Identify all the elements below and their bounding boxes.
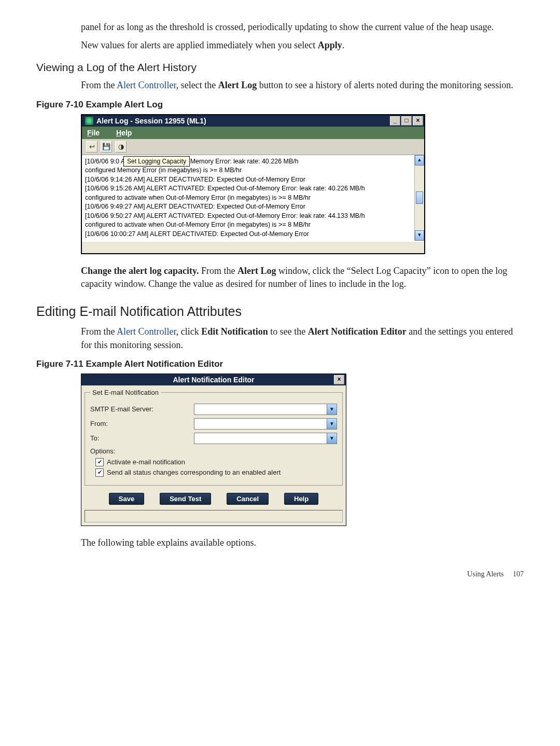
minimize-button[interactable]: _ [390, 116, 400, 126]
apply-label: Apply [318, 40, 342, 50]
menu-file[interactable]: File [87, 129, 100, 137]
log-line: [10/6/06 9:49:27 AM] ALERT DEACTIVATED: … [85, 202, 411, 212]
text-bold: Edit Notification [201, 326, 268, 337]
email-notification-fieldset: Set E-mail Notification SMTP E-mail Serv… [85, 389, 343, 486]
log-area: Set Logging Capacity [10/6/06 9:0 ATED: … [82, 155, 424, 241]
run-in-heading: Change the alert log capacity. [81, 266, 199, 276]
chevron-down-icon[interactable]: ▼ [327, 404, 337, 415]
figure-caption: Figure 7-11 Example Alert Notification E… [36, 359, 524, 369]
log-line: configured to activate when Out-of-Memor… [85, 220, 411, 230]
activate-email-checkbox[interactable]: ✔ [95, 458, 104, 466]
text: From the [199, 266, 237, 276]
fieldset-legend: Set E-mail Notification [90, 389, 161, 396]
page-number: 107 [513, 570, 524, 578]
text-bold: Alert Notification Editor [308, 326, 407, 337]
status-bar [85, 510, 343, 522]
window-title: Alert Log - Session 12955 (ML1) [96, 117, 206, 125]
app-icon [85, 117, 93, 125]
scroll-thumb[interactable] [416, 191, 423, 204]
menu-help[interactable]: Help [116, 129, 132, 137]
text: , select the [176, 80, 218, 90]
close-button[interactable]: × [413, 116, 423, 126]
alert-log-window: Alert Log - Session 12955 (ML1) _ □ × Fi… [81, 114, 425, 255]
to-combobox[interactable]: ▼ [194, 433, 337, 444]
log-line: configured Memory Error (in megabytes) i… [85, 166, 411, 175]
smtp-label: SMTP E-mail Server: [90, 405, 194, 413]
status-bar [82, 241, 424, 253]
scroll-down-icon[interactable]: ▼ [415, 230, 424, 241]
chevron-down-icon[interactable]: ▼ [327, 419, 337, 429]
save-icon[interactable]: 💾 [101, 141, 112, 153]
back-icon[interactable]: ↩ [86, 141, 97, 153]
log-line: [10/6/06 9:50:27 AM] ALERT ACTIVATED: Ex… [85, 212, 411, 221]
smtp-server-combobox[interactable]: ▼ [194, 404, 337, 415]
text-bold: Alert Log [218, 80, 257, 90]
scroll-up-icon[interactable]: ▲ [415, 155, 424, 165]
send-all-status-checkbox[interactable]: ✔ [95, 468, 104, 477]
log-line: [10/6/06 9:15:26 AM] ALERT ACTIVATED: Ex… [85, 184, 411, 194]
log-capacity-icon[interactable]: ◑ [115, 141, 127, 153]
help-button[interactable]: Help [284, 493, 318, 505]
from-combobox[interactable]: ▼ [194, 418, 337, 430]
send-test-button[interactable]: Send Test [160, 493, 211, 505]
alert-notification-editor: Alert Notification Editor × Set E-mail N… [81, 374, 346, 526]
checkbox-label: Send all status changes corresponding to… [107, 468, 281, 476]
text-bold: Alert Log [237, 266, 276, 276]
paragraph: From the Alert Controller, select the Al… [81, 79, 524, 92]
options-label: Options: [90, 447, 337, 455]
text: , click [176, 326, 201, 337]
log-line: [10/6/06 9:14:26 AM] ALERT DEACTIVATED: … [85, 175, 411, 185]
text: button to see a history of alerts noted … [257, 80, 513, 90]
tooltip-set-logging-capacity: Set Logging Capacity [123, 156, 190, 167]
alert-controller-link[interactable]: Alert Controller [117, 80, 176, 90]
text: New values for alerts are applied immedi… [81, 40, 318, 50]
text: to see the [268, 326, 308, 337]
heading-view-log: Viewing a Log of the Alert History [36, 61, 524, 74]
text: From the [81, 80, 117, 90]
paragraph: Change the alert log capacity. From the … [81, 265, 524, 291]
figure-caption: Figure 7-10 Example Alert Log [36, 100, 524, 110]
from-label: From: [90, 420, 194, 427]
alert-controller-link[interactable]: Alert Controller [117, 326, 176, 337]
button-row: Save Send Test Cancel Help [81, 493, 346, 505]
heading-email: Editing E-mail Notification Attributes [36, 304, 524, 319]
chevron-down-icon[interactable]: ▼ [327, 433, 337, 444]
page-footer: Using Alerts 107 [36, 570, 524, 578]
paragraph: From the Alert Controller, click Edit No… [81, 325, 524, 351]
to-label: To: [90, 434, 194, 442]
close-button[interactable]: × [334, 375, 344, 384]
titlebar[interactable]: Alert Log - Session 12955 (ML1) _ □ × [82, 115, 424, 127]
checkbox-label: Activate e-mail notification [107, 458, 185, 466]
footer-section: Using Alerts [467, 570, 503, 578]
text: . [342, 40, 345, 50]
vertical-scrollbar[interactable]: ▲ ▼ [414, 155, 424, 241]
paragraph: New values for alerts are applied immedi… [81, 39, 524, 52]
scroll-track[interactable] [415, 165, 424, 231]
window-title: Alert Notification Editor [173, 376, 254, 384]
log-line: [10/6/06 10:00:27 AM] ALERT DEACTIVATED:… [85, 230, 411, 239]
cancel-button[interactable]: Cancel [227, 493, 269, 505]
log-line: configured to activate when Out-of-Memor… [85, 194, 411, 203]
text: From the [81, 326, 117, 337]
save-button[interactable]: Save [109, 493, 144, 505]
toolbar: ↩ 💾 ◑ [82, 139, 424, 155]
paragraph: The following table explains available o… [81, 536, 524, 549]
paragraph: panel for as long as the threshold is cr… [81, 21, 524, 34]
maximize-button[interactable]: □ [401, 116, 412, 126]
log-text[interactable]: Set Logging Capacity [10/6/06 9:0 ATED: … [82, 155, 414, 241]
titlebar[interactable]: Alert Notification Editor × [81, 374, 346, 385]
menubar: File Help [82, 127, 424, 139]
